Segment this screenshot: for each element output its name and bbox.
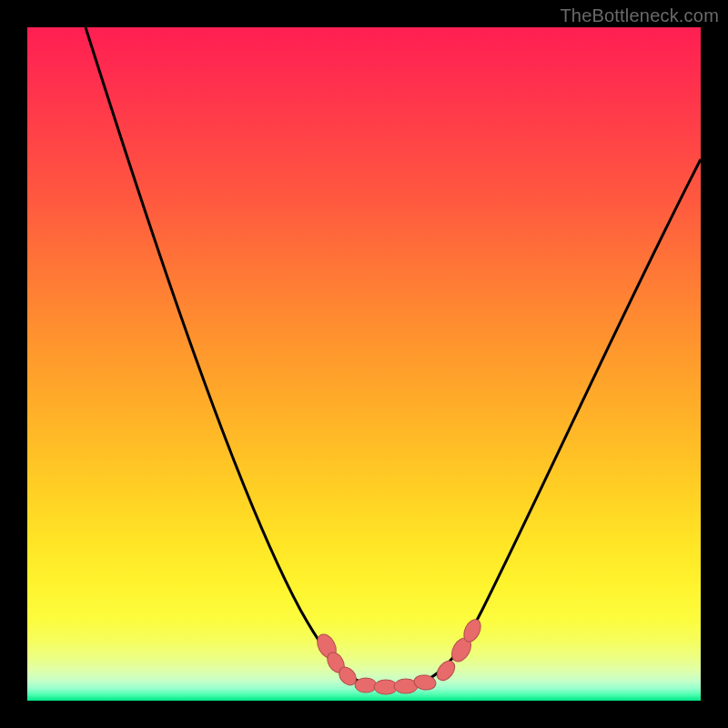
- chart-frame: TheBottleneck.com: [0, 0, 728, 728]
- marker-group: [313, 617, 483, 694]
- curve-marker: [433, 658, 458, 684]
- curve-marker: [355, 678, 377, 693]
- plot-area: [27, 27, 701, 701]
- bottleneck-curve: [86, 27, 701, 687]
- watermark-text: TheBottleneck.com: [560, 5, 719, 26]
- curve-svg: [27, 27, 701, 701]
